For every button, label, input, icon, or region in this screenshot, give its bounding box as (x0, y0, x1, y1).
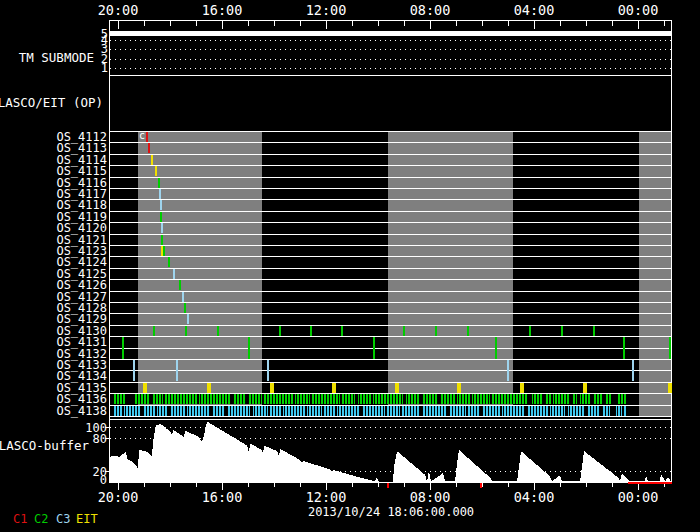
os-mark (153, 326, 155, 336)
bottom-axis-line (110, 482, 672, 483)
os-panel-bottom-separator (110, 416, 672, 417)
os-dense-gap (371, 394, 373, 404)
bottom-time-label: 00:00 (618, 489, 659, 505)
top-axis-line (110, 20, 672, 21)
os-mark (529, 326, 531, 336)
top-minor-tick (560, 21, 561, 26)
os-mark (341, 326, 343, 336)
buffer-red-tick (480, 483, 482, 488)
os-gray-band (388, 131, 513, 416)
os-row-separator (110, 199, 672, 200)
os-dense-gap (268, 406, 270, 416)
os-row-separator (110, 370, 672, 371)
top-time-label: 00:00 (618, 2, 659, 18)
os-row-separator (110, 279, 672, 280)
bottom-minor-tick (664, 483, 665, 487)
os-dense-gap (551, 394, 553, 404)
os-dense-gap (385, 406, 387, 416)
buffer-red-axis-segment (628, 482, 672, 484)
buffer-ytick: 0 (100, 473, 107, 487)
os-row-separator (110, 177, 672, 178)
tm-submode-ytick: 1 (101, 61, 108, 75)
os-mark (395, 383, 399, 393)
os-dense-gap (611, 394, 617, 404)
bottom-minor-tick (352, 483, 353, 487)
os-dense-gap (470, 394, 472, 404)
os-dense-gap (281, 406, 283, 416)
os-mark (270, 383, 274, 393)
os-dense-gap (122, 406, 124, 416)
os-dense-gap (210, 406, 212, 416)
top-time-label: 20:00 (98, 2, 139, 18)
right-axis-line (671, 20, 672, 483)
os-gray-band (639, 131, 672, 416)
left-axis-line (109, 20, 110, 483)
os-mark (520, 383, 524, 393)
os-row-separator (110, 256, 672, 257)
top-minor-tick (352, 21, 353, 26)
top-minor-tick (378, 21, 379, 26)
os-mark (310, 326, 312, 336)
os-row-separator (110, 291, 672, 292)
tm-submode-gridline-3 (110, 49, 672, 50)
os-dense-gap (262, 394, 264, 404)
os-dense-gap (610, 406, 616, 416)
os-dense-gap (126, 394, 134, 404)
buffer-area-curve (110, 420, 672, 483)
os-dense-gap (360, 406, 363, 416)
os-dense-gap (403, 394, 406, 404)
buffer-fill-polygon (110, 421, 671, 483)
top-minor-tick (664, 21, 665, 26)
os-mark (146, 132, 148, 142)
top-minor-tick (508, 21, 509, 26)
top-minor-tick (586, 21, 587, 26)
os-dense-gap (246, 394, 249, 404)
top-minor-tick (456, 21, 457, 26)
bottom-minor-tick (508, 483, 509, 487)
os-mark (373, 337, 375, 358)
os-mark (163, 246, 165, 256)
os-dense-gap (500, 406, 502, 416)
os-mark (159, 189, 161, 199)
os-mark (161, 235, 163, 245)
os-row-separator (110, 245, 672, 246)
bottom-minor-tick (612, 483, 613, 487)
os-mark (435, 326, 437, 336)
os-dense-gap (150, 394, 153, 404)
os-dense-gap (185, 406, 187, 416)
os-mark (217, 326, 219, 336)
os-dense-gap (600, 406, 603, 416)
tm-submode-label: TM SUBMODE (19, 50, 94, 65)
os-dense-gap (466, 406, 468, 416)
bottom-minor-tick (274, 483, 275, 487)
os-dense-gap (603, 394, 606, 404)
lasco-buffer-label: LASCO-buffer (0, 438, 89, 453)
os-dense-gap (565, 406, 568, 416)
os-dense-gap (528, 394, 532, 404)
os-annotation-c: c (139, 131, 145, 141)
os-mark (176, 360, 178, 381)
tm-submode-gridline-2 (110, 59, 672, 60)
os-mark (669, 337, 671, 358)
os-dense-gap (548, 406, 550, 416)
lasco-eit-label: LASCO/EIT (OP) (0, 95, 103, 110)
bottom-minor-tick (456, 483, 457, 487)
submode-bottom-border (110, 75, 672, 76)
os-dense-gap (305, 406, 307, 416)
bottom-minor-tick (378, 483, 379, 487)
top-minor-tick (404, 21, 405, 26)
os-mark (133, 360, 135, 381)
os-mark (160, 200, 162, 210)
os-dense-gap (293, 394, 295, 404)
os-mark (185, 326, 187, 336)
os-row-separator (110, 188, 672, 189)
os-mark (561, 326, 563, 336)
top-minor-tick (482, 21, 483, 26)
bottom-minor-tick (404, 483, 405, 487)
os-dense-gap (340, 394, 342, 404)
os-dense-gap (420, 406, 423, 416)
bottom-time-label: 04:00 (514, 489, 555, 505)
top-major-tick (534, 21, 535, 29)
os-mark (160, 212, 162, 222)
top-minor-tick (274, 21, 275, 26)
